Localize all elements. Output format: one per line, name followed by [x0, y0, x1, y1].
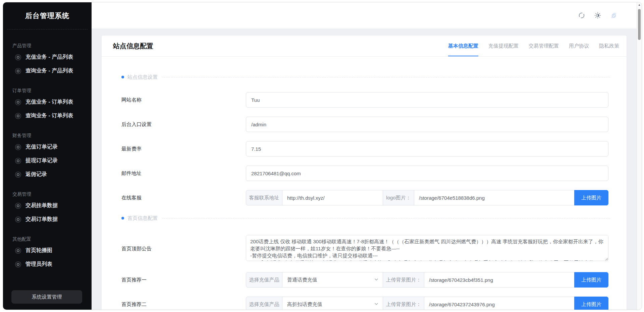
sidebar-group-trade: 交易管理 [3, 191, 92, 199]
section-dot-icon [121, 76, 124, 78]
sidebar: 后台管理系统 产品管理 充值业务 - 产品列表 查询业务 - 产品列表 订单管理… [3, 2, 92, 310]
sidebar-item-query-products[interactable]: 查询业务 - 产品列表 [3, 64, 92, 78]
home-recommend2-row: 首页推荐二 选择充值产品 高折扣话费充值 上传背景图片： 上传图片 [121, 297, 610, 310]
upload-recommend2-button[interactable]: 上传图片 [574, 297, 608, 310]
sidebar-item-label: 返佣记录 [25, 171, 47, 178]
topbar [92, 2, 642, 28]
sidebar-group-other: 其他配置 [3, 236, 92, 244]
admin-entry-input[interactable] [246, 117, 608, 132]
sidebar-item-label: 充值订单记录 [25, 143, 58, 150]
home-notice-row: 首页顶部公告 200话费上线 仅收 移动联通 300移动联通高速！7-8折都高速… [121, 235, 610, 262]
disc-icon [15, 216, 21, 223]
service-url-input[interactable] [287, 195, 378, 201]
sidebar-item-recharge-orders[interactable]: 充值业务 - 订单列表 [3, 95, 92, 109]
home-recommend2-label: 首页推荐二 [121, 301, 246, 308]
sidebar-item-commission-records[interactable]: 返佣记录 [3, 168, 92, 181]
sidebar-item-label: 提现订单记录 [25, 157, 58, 164]
tab-user-agreement[interactable]: 用户协议 [569, 36, 589, 56]
disc-icon [15, 158, 21, 164]
section-title: 首页信息配置 [127, 215, 158, 222]
upload-logo-button[interactable]: 上传图片 [574, 190, 608, 205]
refresh-icon[interactable] [578, 12, 585, 19]
section-site-info: 站点信息设置 [121, 73, 610, 81]
scrollbar-thumb[interactable] [638, 9, 641, 40]
disc-icon [15, 54, 21, 61]
admin-entry-label: 后台入口设置 [121, 121, 246, 128]
bg-image-addon: 上传背景图片： [383, 272, 424, 288]
disc-icon [15, 144, 21, 150]
email-input[interactable] [246, 166, 608, 181]
tab-bar: 基本信息配置 充值提现配置 交易管理配置 用户协议 隐私政策 [448, 36, 619, 56]
section-title: 站点信息设置 [127, 74, 158, 80]
sidebar-item-query-orders[interactable]: 查询业务 - 订单列表 [3, 109, 92, 123]
section-home-info: 首页信息配置 [121, 214, 610, 222]
online-service-row: 在线客服 客服联系地址 logo图片： 上传图片 [121, 190, 610, 205]
sidebar-item-recharge-records[interactable]: 充值订单记录 [3, 140, 92, 154]
sidebar-item-label: 交易挂单数据 [25, 202, 58, 209]
disc-icon [15, 247, 21, 254]
tab-basic-info[interactable]: 基本信息配置 [448, 36, 478, 56]
logo-image-addon: logo图片： [383, 190, 414, 205]
page-title: 站点信息配置 [113, 42, 153, 51]
upload-recommend1-button[interactable]: 上传图片 [574, 272, 608, 288]
disc-icon [15, 113, 21, 119]
system-settings-button[interactable]: 系统设置管理 [11, 290, 82, 304]
site-name-label: 网站名称 [121, 97, 246, 103]
recommend2-bg-path-input[interactable] [429, 302, 570, 307]
disc-icon [15, 202, 21, 209]
tab-recharge-withdraw[interactable]: 充值提现配置 [488, 36, 519, 56]
latest-rate-row: 最新费率 [121, 141, 610, 157]
chevron-down-icon [374, 302, 379, 307]
latest-rate-label: 最新费率 [121, 146, 246, 152]
app-title: 后台管理系统 [3, 2, 92, 20]
disc-icon [15, 68, 21, 74]
select-product-addon: 选择充值产品 [246, 297, 282, 310]
home-notice-label: 首页顶部公告 [121, 246, 246, 252]
disc-icon [15, 261, 21, 268]
site-name-row: 网站名称 [121, 92, 610, 108]
recommend1-bg-path-input[interactable] [429, 277, 570, 283]
select-product-addon: 选择充值产品 [246, 272, 282, 288]
sidebar-group-products: 产品管理 [3, 43, 92, 50]
tab-trade-management[interactable]: 交易管理配置 [529, 36, 559, 56]
sidebar-item-label: 管理员列表 [25, 261, 52, 268]
recommend1-product-select[interactable]: 普通话费充值 [282, 272, 383, 288]
recommend1-product-value: 普通话费充值 [287, 277, 317, 283]
card-header: 站点信息配置 基本信息配置 充值提现配置 交易管理配置 用户协议 隐私政策 [102, 36, 627, 57]
email-label: 邮件地址 [121, 170, 246, 177]
sidebar-item-trade-orders[interactable]: 交易订单数据 [3, 212, 92, 226]
sidebar-item-trade-pending[interactable]: 交易挂单数据 [3, 199, 92, 212]
chevron-down-icon [374, 277, 379, 283]
email-row: 邮件地址 [121, 166, 610, 181]
site-name-input[interactable] [246, 92, 608, 108]
recommend2-product-value: 高折扣话费充值 [287, 301, 322, 308]
sidebar-item-label: 充值业务 - 产品列表 [25, 54, 73, 61]
sidebar-item-label: 充值业务 - 订单列表 [25, 99, 73, 106]
home-recommend1-row: 首页推荐一 选择充值产品 普通话费充值 上传背景图片： 上传图片 [121, 272, 610, 288]
bg-image-addon: 上传背景图片： [383, 297, 424, 310]
recommend2-product-select[interactable]: 高折扣话费充值 [282, 297, 383, 310]
page-content: 站点信息配置 基本信息配置 充值提现配置 交易管理配置 用户协议 隐私政策 站点… [92, 28, 642, 310]
section-dot-icon [121, 217, 124, 220]
sidebar-item-label: 查询业务 - 订单列表 [25, 112, 73, 119]
section-dashed-line [162, 218, 610, 219]
logo-path-input[interactable] [419, 195, 570, 201]
disc-icon [15, 171, 21, 178]
sidebar-item-label: 查询业务 - 产品列表 [25, 67, 73, 74]
theme-toggle-icon[interactable] [594, 12, 601, 19]
scrollbar-up-arrow-icon[interactable]: ▲ [638, 3, 641, 6]
latest-rate-input[interactable] [246, 141, 608, 157]
disc-icon [15, 99, 21, 106]
service-url-addon: 客服联系地址 [246, 190, 282, 205]
sidebar-item-recharge-products[interactable]: 充值业务 - 产品列表 [3, 50, 92, 64]
sidebar-item-label: 首页轮播图 [25, 247, 52, 254]
window-scrollbar[interactable]: ▲ [637, 2, 642, 310]
sidebar-item-admin-list[interactable]: 管理员列表 [3, 257, 92, 271]
user-badge-icon[interactable] [610, 12, 618, 19]
home-notice-textarea[interactable]: 200话费上线 仅收 移动联通 300移动联通高速！7-8折都高速！（（（石家庄… [246, 235, 608, 261]
sidebar-item-withdraw-records[interactable]: 提现订单记录 [3, 154, 92, 168]
section-dashed-line [162, 77, 610, 77]
tab-privacy-policy[interactable]: 隐私政策 [599, 36, 619, 56]
sidebar-item-home-carousel[interactable]: 首页轮播图 [3, 244, 92, 257]
home-recommend1-label: 首页推荐一 [121, 277, 246, 283]
